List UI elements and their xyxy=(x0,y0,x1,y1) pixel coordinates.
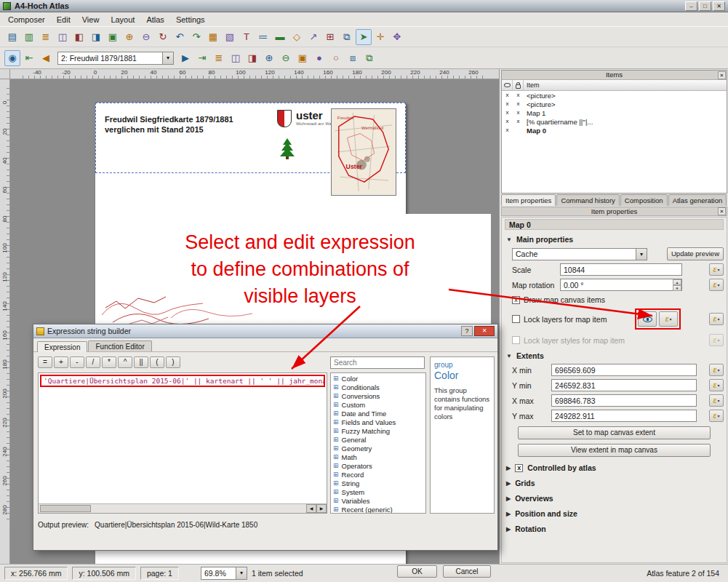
export-atlas-pdf-icon[interactable]: ◨ xyxy=(244,50,260,66)
item-row[interactable]: x x <picture> xyxy=(502,100,727,108)
dialog-help-button[interactable]: ? xyxy=(461,326,473,336)
function-group-item[interactable]: ⊞ Fuzzy Matching xyxy=(331,426,425,435)
tab-item-properties[interactable]: Item properties xyxy=(501,194,556,206)
dialog-close-button[interactable]: ✕ xyxy=(474,326,495,336)
extent-input[interactable]: 696569.609 xyxy=(551,364,697,376)
save-as-template-icon[interactable]: ▤ xyxy=(4,29,20,45)
function-group-item[interactable]: ⊞ Math xyxy=(331,453,425,461)
item-locked-checkbox[interactable]: x xyxy=(513,108,524,117)
items-panel-close-button[interactable]: ✕ xyxy=(718,71,726,79)
cancel-button[interactable]: Cancel xyxy=(443,565,491,578)
select-move-item-icon[interactable]: ➤ xyxy=(356,29,372,45)
function-group-item[interactable]: ⊞ Operators xyxy=(331,461,425,470)
lock-styles-data-defined-button[interactable]: ε▾ xyxy=(709,334,724,346)
tree-expand-icon[interactable]: ⊞ xyxy=(333,375,339,382)
zoom-actual-icon[interactable]: ▣ xyxy=(295,50,311,66)
previous-feature-icon[interactable]: ◀ xyxy=(38,50,54,66)
export-as-image-icon[interactable]: ◫ xyxy=(55,29,71,45)
preview-atlas-icon[interactable]: ◉ xyxy=(4,50,20,66)
item-properties-close-button[interactable]: ✕ xyxy=(718,207,726,215)
item-row[interactable]: x Map 0 xyxy=(502,126,727,135)
item-visible-checkbox[interactable]: x xyxy=(502,91,513,100)
lock-items-icon[interactable]: ● xyxy=(311,50,327,66)
menu-view[interactable]: View xyxy=(76,14,105,25)
op-plus[interactable]: + xyxy=(54,356,68,368)
tree-expand-icon[interactable]: ⊞ xyxy=(333,497,339,504)
section-extents[interactable]: ▼ Extents xyxy=(506,351,724,360)
refresh-view-icon[interactable]: ↻ xyxy=(155,29,171,45)
export-as-pdf-icon[interactable]: ◨ xyxy=(88,29,104,45)
tree-expand-icon[interactable]: ⊞ xyxy=(333,506,339,513)
maximize-button[interactable]: □ xyxy=(699,1,711,11)
extent-input[interactable]: 246592.831 xyxy=(551,379,697,391)
item-visible-checkbox[interactable]: x xyxy=(502,117,513,126)
visibility-preset-button[interactable] xyxy=(638,311,657,327)
tree-expand-icon[interactable]: ⊞ xyxy=(333,471,339,478)
function-group-item[interactable]: ⊞ Custom xyxy=(331,400,425,409)
op-minus[interactable]: - xyxy=(70,356,84,368)
scale-input[interactable]: 10844 xyxy=(560,263,682,276)
tab-atlas-generation[interactable]: Atlas generation xyxy=(668,194,727,206)
tab-command-history[interactable]: Command history xyxy=(556,194,619,206)
item-locked-checkbox[interactable]: x xyxy=(513,117,524,126)
zoom-in-icon[interactable]: ⊕ xyxy=(121,29,137,45)
add-arrow-icon[interactable]: ↗ xyxy=(305,29,321,45)
function-group-item[interactable]: ⊞ General xyxy=(331,435,425,444)
op-divide[interactable]: / xyxy=(86,356,100,368)
item-locked-checkbox[interactable]: x xyxy=(513,100,524,108)
cache-mode-combo[interactable]: Cache ▾ xyxy=(512,248,647,260)
menu-settings[interactable]: Settings xyxy=(170,14,211,25)
menu-atlas[interactable]: Atlas xyxy=(140,14,169,25)
tree-expand-icon[interactable]: ⊞ xyxy=(333,453,339,461)
chevron-down-icon[interactable]: ▾ xyxy=(236,567,247,579)
item-row[interactable]: x x <picture> xyxy=(502,91,727,100)
tree-expand-icon[interactable]: ⊞ xyxy=(333,479,339,487)
print-atlas-icon[interactable]: ≣ xyxy=(211,50,227,66)
export-atlas-image-icon[interactable]: ◫ xyxy=(228,50,244,66)
close-button[interactable]: ✕ xyxy=(713,1,725,11)
load-from-template-icon[interactable]: ▥ xyxy=(21,29,37,45)
ungroup-items-icon[interactable]: ⧉ xyxy=(361,50,377,66)
set-to-map-canvas-extent-button[interactable]: Set to map canvas extent xyxy=(518,426,711,439)
add-image-icon[interactable]: ▧ xyxy=(222,29,238,45)
spin-up-icon[interactable]: ▴ xyxy=(673,279,681,285)
add-attribute-table-icon[interactable]: ⊞ xyxy=(322,29,338,45)
extent-data-defined-button[interactable]: ε▾ xyxy=(709,364,724,376)
dialog-titlebar[interactable]: Expression string builder ? ✕ xyxy=(33,324,497,338)
add-new-map-icon[interactable]: ▦ xyxy=(205,29,221,45)
function-group-item[interactable]: ⊞ Fields and Values xyxy=(331,418,425,426)
op-equals[interactable]: = xyxy=(38,356,52,368)
function-group-item[interactable]: ⊞ String xyxy=(331,479,425,487)
add-html-frame-icon[interactable]: ⧉ xyxy=(339,29,355,45)
op-concat[interactable]: || xyxy=(134,356,148,368)
function-group-item[interactable]: ⊞ Conversions xyxy=(331,391,425,400)
zoom-level-combo[interactable]: 69.8% ▾ xyxy=(201,567,247,580)
rotation-data-defined-button[interactable]: ε▾ xyxy=(709,279,724,291)
add-label-icon[interactable]: T xyxy=(239,29,255,45)
zoom-in-alt-icon[interactable]: ⊕ xyxy=(261,50,277,66)
function-group-item[interactable]: ⊞ Color xyxy=(331,374,425,383)
tab-expression[interactable]: Expression xyxy=(37,341,87,352)
item-visible-checkbox[interactable]: x xyxy=(502,100,513,108)
tree-expand-icon[interactable]: ⊞ xyxy=(333,488,339,495)
last-feature-icon[interactable]: ⇥ xyxy=(194,50,210,66)
ok-button[interactable]: OK xyxy=(397,565,437,578)
export-as-svg-icon[interactable]: ◧ xyxy=(71,29,87,45)
function-group-item[interactable]: ⊞ Conditionals xyxy=(331,383,425,391)
scroll-right-icon[interactable]: ▶ xyxy=(316,504,327,513)
item-locked-checkbox[interactable]: x xyxy=(513,91,524,100)
function-group-item[interactable]: ⊞ Record xyxy=(331,470,425,479)
section-rotation[interactable]: ▶ Rotation xyxy=(506,525,724,533)
extent-input[interactable]: 249282.911 xyxy=(551,410,697,422)
function-search-input[interactable] xyxy=(330,356,425,369)
item-visible-checkbox[interactable]: x xyxy=(502,126,513,135)
tree-expand-icon[interactable]: ⊞ xyxy=(333,410,339,417)
add-shape-icon[interactable]: ◇ xyxy=(289,29,305,45)
tab-composition[interactable]: Composition xyxy=(620,194,668,206)
scroll-left-icon[interactable]: ◀ xyxy=(306,504,316,513)
menu-layout[interactable]: Layout xyxy=(105,14,140,25)
tree-expand-icon[interactable]: ⊞ xyxy=(333,462,339,469)
chevron-down-icon[interactable]: ▾ xyxy=(162,52,173,64)
zoom-full-icon[interactable]: ▣ xyxy=(105,29,121,45)
unlock-items-icon[interactable]: ○ xyxy=(328,50,344,66)
